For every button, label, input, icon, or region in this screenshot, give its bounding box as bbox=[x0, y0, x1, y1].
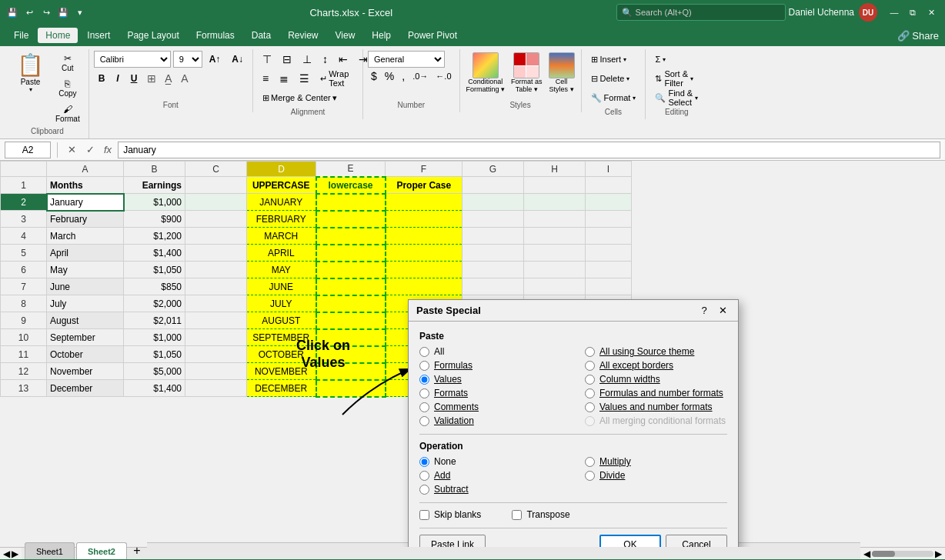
paste-formulas-num-option[interactable]: Formulas and number formats bbox=[585, 388, 727, 398]
cell-b9[interactable]: $2,011 bbox=[124, 312, 185, 329]
horizontal-scroll-track[interactable] bbox=[872, 551, 933, 557]
col-header-e[interactable]: E bbox=[316, 162, 386, 177]
search-bar[interactable]: 🔍 Search (Alt+Q) bbox=[616, 4, 786, 21]
close-button[interactable]: ✕ bbox=[923, 5, 939, 20]
align-center-button[interactable]: ≣ bbox=[275, 70, 293, 87]
row-header-11[interactable]: 11 bbox=[1, 346, 47, 363]
scroll-right-button[interactable]: ▶ bbox=[935, 548, 942, 559]
row-header-6[interactable]: 6 bbox=[1, 262, 47, 278]
menu-insert[interactable]: Insert bbox=[79, 28, 118, 43]
paste-all-option[interactable]: All bbox=[419, 346, 562, 357]
paste-values-num-radio[interactable] bbox=[585, 402, 595, 412]
paste-validation-radio[interactable] bbox=[419, 416, 429, 426]
cell-d11[interactable]: OCTOBER bbox=[247, 346, 316, 363]
cell-d3[interactable]: FEBRUARY bbox=[247, 211, 316, 228]
font-size-decrease[interactable]: A↓ bbox=[227, 51, 248, 68]
align-bottom-button[interactable]: ⊥ bbox=[298, 51, 316, 68]
menu-review[interactable]: Review bbox=[280, 28, 326, 43]
cell-c3[interactable] bbox=[185, 211, 247, 228]
paste-all-except-option[interactable]: All except borders bbox=[585, 360, 727, 371]
cell-e11[interactable] bbox=[316, 346, 386, 363]
row-header-1[interactable]: 1 bbox=[1, 177, 47, 194]
font-color-button[interactable]: A bbox=[178, 72, 191, 85]
paste-values-radio[interactable] bbox=[419, 375, 429, 385]
cell-i3[interactable] bbox=[586, 211, 632, 228]
cell-e8[interactable] bbox=[316, 295, 386, 312]
bold-button[interactable]: B bbox=[94, 70, 110, 87]
paste-values-num-option[interactable]: Values and number formats bbox=[585, 402, 727, 412]
paste-formats-radio[interactable] bbox=[419, 388, 429, 398]
cancel-formula-icon[interactable]: ✕ bbox=[64, 142, 79, 158]
number-format-select[interactable]: General bbox=[368, 51, 445, 68]
cell-d6[interactable]: MAY bbox=[247, 262, 316, 278]
cell-b1[interactable]: Earnings bbox=[124, 177, 185, 194]
cell-a7[interactable]: June bbox=[47, 278, 124, 295]
delete-dropdown[interactable]: ▾ bbox=[626, 75, 629, 82]
cell-f2[interactable] bbox=[386, 194, 462, 211]
cell-g4[interactable] bbox=[462, 228, 524, 245]
cell-f4[interactable] bbox=[386, 228, 462, 245]
cell-g7[interactable] bbox=[462, 278, 524, 295]
insert-dropdown[interactable]: ▾ bbox=[623, 56, 626, 63]
menu-view[interactable]: View bbox=[328, 28, 363, 43]
cell-a4[interactable]: March bbox=[47, 228, 124, 245]
merge-center-button[interactable]: ⊞ Merge & Center ▾ bbox=[258, 89, 342, 106]
cell-b4[interactable]: $1,200 bbox=[124, 228, 185, 245]
cell-e6[interactable] bbox=[316, 262, 386, 278]
align-top-button[interactable]: ⊤ bbox=[258, 51, 276, 68]
row-header-10[interactable]: 10 bbox=[1, 329, 47, 346]
italic-button[interactable]: I bbox=[112, 70, 123, 87]
cell-i2[interactable] bbox=[586, 194, 632, 211]
cell-c6[interactable] bbox=[185, 262, 247, 278]
cell-d9[interactable]: AUGUST bbox=[247, 312, 316, 329]
cell-h6[interactable] bbox=[524, 262, 586, 278]
undo-icon[interactable]: ↩ bbox=[23, 6, 35, 18]
sort-dropdown[interactable]: ▾ bbox=[690, 75, 693, 82]
sheet-nav-left[interactable]: ◀ bbox=[3, 548, 10, 559]
paste-comments-option[interactable]: Comments bbox=[419, 402, 562, 412]
cell-d8[interactable]: JULY bbox=[247, 295, 316, 312]
format-cells-button[interactable]: 🔧 Format ▾ bbox=[586, 89, 641, 106]
cell-c9[interactable] bbox=[185, 312, 247, 329]
wrap-text-button[interactable]: ↵ Wrap Text bbox=[316, 70, 358, 87]
col-header-b[interactable]: B bbox=[124, 162, 185, 177]
cell-i1[interactable] bbox=[586, 177, 632, 194]
cell-e4[interactable] bbox=[316, 228, 386, 245]
cell-b2[interactable]: $1,000 bbox=[124, 194, 185, 211]
cell-e9[interactable] bbox=[316, 312, 386, 329]
dialog-close-button[interactable]: ✕ bbox=[715, 303, 730, 318]
paste-link-button[interactable]: Paste Link bbox=[419, 535, 486, 547]
op-divide-option[interactable]: Divide bbox=[585, 470, 727, 481]
cell-f5[interactable] bbox=[386, 245, 462, 262]
decimal-decrease-button[interactable]: ←.0 bbox=[432, 72, 454, 81]
skip-blanks-checkbox[interactable] bbox=[419, 510, 429, 520]
paste-formats-option[interactable]: Formats bbox=[419, 388, 562, 398]
paste-formulas-option[interactable]: Formulas bbox=[419, 360, 562, 371]
op-divide-radio[interactable] bbox=[585, 471, 595, 481]
skip-blanks-option[interactable]: Skip blanks bbox=[419, 509, 481, 520]
paste-values-option[interactable]: Values bbox=[419, 374, 562, 385]
find-dropdown[interactable]: ▾ bbox=[695, 95, 698, 102]
cell-b3[interactable]: $900 bbox=[124, 211, 185, 228]
horizontal-scrollbar[interactable]: ◀ ▶ Sheet1 Sheet2 + ◀ ▶ bbox=[0, 547, 945, 559]
paste-button[interactable]: 📋 Paste ▾ bbox=[11, 51, 50, 95]
cell-d10[interactable]: SEPTEMBER bbox=[247, 329, 316, 346]
col-header-f[interactable]: F bbox=[386, 162, 462, 177]
op-add-radio[interactable] bbox=[419, 471, 429, 481]
row-header-4[interactable]: 4 bbox=[1, 228, 47, 245]
save-icon[interactable]: 💾 bbox=[57, 6, 69, 18]
menu-file[interactable]: File bbox=[6, 28, 36, 43]
cancel-button[interactable]: Cancel bbox=[666, 535, 727, 547]
col-header-a[interactable]: A bbox=[47, 162, 124, 177]
cell-g1[interactable] bbox=[462, 177, 524, 194]
cell-b10[interactable]: $1,000 bbox=[124, 329, 185, 346]
row-header-3[interactable]: 3 bbox=[1, 211, 47, 228]
row-header-5[interactable]: 5 bbox=[1, 245, 47, 262]
op-multiply-option[interactable]: Multiply bbox=[585, 456, 727, 467]
cell-c5[interactable] bbox=[185, 245, 247, 262]
cell-a1[interactable]: Months bbox=[47, 177, 124, 194]
row-header-2[interactable]: 2 bbox=[1, 194, 47, 211]
cell-c2[interactable] bbox=[185, 194, 247, 211]
col-header-g[interactable]: G bbox=[462, 162, 524, 177]
cell-b7[interactable]: $850 bbox=[124, 278, 185, 295]
